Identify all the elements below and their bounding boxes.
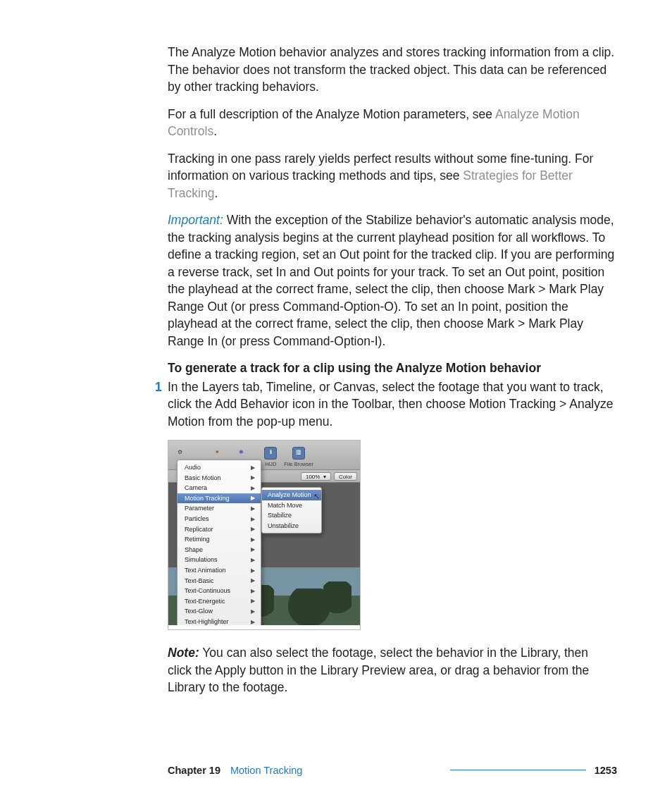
note-paragraph: Note: You can also select the footage, s… xyxy=(168,644,615,696)
section-heading: To generate a track for a clip using the… xyxy=(168,359,615,377)
submenu-arrow-icon: ▶ xyxy=(251,536,255,543)
menu-item[interactable]: Text Animation▶ xyxy=(178,565,261,576)
step-number: 1 xyxy=(155,378,162,396)
menu-item-label: Shape xyxy=(185,546,203,555)
menu-item[interactable]: Motion Tracking▶ xyxy=(178,493,261,504)
menu-item-label: Replicator xyxy=(185,525,213,534)
important-note: Important: With the exception of the Sta… xyxy=(168,211,615,350)
menu-item-label: Basic Motion xyxy=(185,474,221,483)
menu-item[interactable]: Replicator▶ xyxy=(178,524,261,535)
toolbar-btn-hud[interactable]: ℹHUD xyxy=(264,447,277,469)
zoom-popup[interactable]: 100% ▾ xyxy=(301,472,331,481)
step-body: In the Layers tab, Timeline, or Canvas, … xyxy=(168,378,615,431)
menu-item[interactable]: Text-Basic▶ xyxy=(178,576,261,586)
page-footer: Chapter 19 Motion Tracking 1253 xyxy=(168,763,617,777)
menu-item-label: Retiming xyxy=(185,535,210,544)
toolbar-label: HUD xyxy=(265,461,276,469)
chapter-title: Motion Tracking xyxy=(230,763,302,777)
chapter-label: Chapter 19 xyxy=(168,763,220,777)
screenshot-figure: ⚙Ad ✶les ✱Replicate ℹHUD ▥File Browser 1… xyxy=(168,440,361,630)
menu-item[interactable]: Audio▶ xyxy=(178,462,261,473)
submenu-arrow-icon: ▶ xyxy=(251,494,255,502)
menu-item[interactable]: Text-Glow▶ xyxy=(178,606,261,617)
note-body: You can also select the footage, select … xyxy=(168,646,589,694)
submenu-arrow-icon: ▶ xyxy=(251,505,255,512)
submenu-arrow-icon: ▶ xyxy=(251,567,255,574)
menu-item-label: Parameter xyxy=(185,504,214,513)
menu-item[interactable]: Parameter▶ xyxy=(178,503,261,514)
menu-item-label: Text-Basic xyxy=(185,577,214,586)
page-number: 1253 xyxy=(595,763,617,777)
submenu-item[interactable]: Stabilize xyxy=(262,510,321,521)
menu-item[interactable]: Text-Continuous▶ xyxy=(178,586,261,596)
submenu-arrow-icon: ▶ xyxy=(251,515,255,523)
submenu-arrow-icon: ▶ xyxy=(251,587,255,595)
paragraph-intro: The Analyze Motion behavior analyzes and… xyxy=(168,44,615,96)
menu-item-label: Camera xyxy=(185,483,207,493)
menu-item-label: Audio xyxy=(185,463,201,472)
replicate-icon: ✱ xyxy=(235,447,248,460)
submenu-arrow-icon: ▶ xyxy=(251,608,255,615)
particles-icon: ✶ xyxy=(211,447,223,460)
color-popup[interactable]: Color xyxy=(334,472,357,481)
menu-item[interactable]: Shape▶ xyxy=(178,545,261,555)
submenu-arrow-icon: ▶ xyxy=(251,546,255,553)
important-body: With the exception of the Stabilize beha… xyxy=(168,213,614,348)
text: . xyxy=(214,186,218,200)
toolbar-btn-file-browser[interactable]: ▥File Browser xyxy=(284,447,313,469)
text: . xyxy=(213,124,217,138)
submenu-item-label: Analyze Motion xyxy=(268,491,311,500)
paragraph-params: For a full description of the Analyze Mo… xyxy=(168,106,615,140)
menu-item[interactable]: Camera▶ xyxy=(178,483,261,493)
menu-item[interactable]: Basic Motion▶ xyxy=(178,473,261,483)
menu-item-label: Text-Continuous xyxy=(185,586,230,596)
footer-rule xyxy=(450,770,585,770)
file-browser-icon: ▥ xyxy=(292,447,305,460)
menu-item[interactable]: Text-Energetic▶ xyxy=(178,596,261,607)
cursor-icon: ↖ xyxy=(313,491,320,502)
important-label: Important: xyxy=(168,213,223,227)
submenu-arrow-icon: ▶ xyxy=(251,597,255,605)
hud-icon: ℹ xyxy=(264,447,277,460)
menu-item-label: Particles xyxy=(185,515,209,524)
submenu-arrow-icon: ▶ xyxy=(251,525,255,533)
menu-item[interactable]: Particles▶ xyxy=(178,514,261,524)
note-label: Note: xyxy=(168,646,199,660)
submenu-item[interactable]: Match Move xyxy=(262,500,321,511)
paragraph-tracking: Tracking in one pass rarely yields perfe… xyxy=(168,150,615,202)
menu-item-label: Simulations xyxy=(185,555,218,565)
submenu-arrow-icon: ▶ xyxy=(251,474,255,481)
menu-item-label: Text-Glow xyxy=(185,607,213,616)
submenu-item-label: Match Move xyxy=(268,501,302,510)
submenu-arrow-icon: ▶ xyxy=(251,577,255,584)
menu-item[interactable]: Retiming▶ xyxy=(178,534,261,545)
submenu-arrow-icon: ▶ xyxy=(251,484,255,492)
text: For a full description of the Analyze Mo… xyxy=(168,107,495,121)
toolbar-label: File Browser xyxy=(284,461,313,469)
submenu-arrow-icon: ▶ xyxy=(251,556,255,564)
menu-item[interactable]: Simulations▶ xyxy=(178,555,261,565)
submenu-item-label: Unstabilize xyxy=(268,522,299,531)
menu-item-label: Motion Tracking xyxy=(185,494,230,503)
gear-icon: ⚙ xyxy=(173,447,186,460)
menu-item-label: Text Animation xyxy=(185,566,226,575)
menu-item-label: Text-Energetic xyxy=(185,597,225,606)
behavior-menu[interactable]: Audio▶Basic Motion▶Camera▶Motion Trackin… xyxy=(177,460,261,630)
submenu-arrow-icon: ▶ xyxy=(251,464,255,472)
submenu-item[interactable]: Unstabilize xyxy=(262,521,321,531)
submenu-item[interactable]: Analyze Motion xyxy=(262,490,321,500)
submenu-item-label: Stabilize xyxy=(268,511,292,520)
